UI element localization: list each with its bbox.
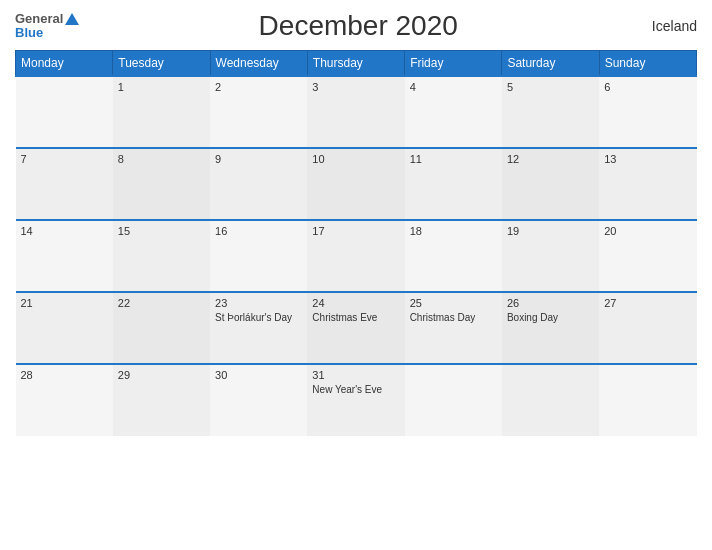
day-number: 17 [312,225,399,237]
day-number: 6 [604,81,691,93]
day-number: 3 [312,81,399,93]
calendar-header: General Blue December 2020 Iceland [15,10,697,42]
calendar-day-cell: 31New Year's Eve [307,364,404,436]
calendar-day-cell: 9 [210,148,307,220]
day-number: 11 [410,153,497,165]
day-number: 24 [312,297,399,309]
calendar-day-cell: 11 [405,148,502,220]
day-number: 26 [507,297,594,309]
country-label: Iceland [637,18,697,34]
header-tuesday: Tuesday [113,51,210,77]
logo-general-text: General [15,12,79,26]
header-sunday: Sunday [599,51,696,77]
holiday-label: Christmas Eve [312,311,399,324]
calendar-day-cell: 23St Þorlákur's Day [210,292,307,364]
calendar-day-cell: 19 [502,220,599,292]
weekday-header-row: Monday Tuesday Wednesday Thursday Friday… [16,51,697,77]
holiday-label: Boxing Day [507,311,594,324]
day-number: 18 [410,225,497,237]
day-number: 20 [604,225,691,237]
day-number: 4 [410,81,497,93]
calendar-day-cell: 6 [599,76,696,148]
day-number: 23 [215,297,302,309]
calendar-day-cell: 3 [307,76,404,148]
day-number: 19 [507,225,594,237]
day-number: 12 [507,153,594,165]
day-number: 27 [604,297,691,309]
day-number: 9 [215,153,302,165]
logo-triangle-icon [65,13,79,25]
day-number: 22 [118,297,205,309]
holiday-label: New Year's Eve [312,383,399,396]
calendar-wrapper: General Blue December 2020 Iceland Monda… [0,0,712,550]
calendar-day-cell: 1 [113,76,210,148]
header-saturday: Saturday [502,51,599,77]
calendar-day-cell: 13 [599,148,696,220]
day-number: 15 [118,225,205,237]
day-number: 30 [215,369,302,381]
header-thursday: Thursday [307,51,404,77]
calendar-day-cell: 10 [307,148,404,220]
day-number: 1 [118,81,205,93]
day-number: 13 [604,153,691,165]
logo: General Blue [15,12,79,41]
calendar-day-cell: 8 [113,148,210,220]
day-number: 16 [215,225,302,237]
day-number: 8 [118,153,205,165]
calendar-day-cell: 18 [405,220,502,292]
calendar-day-cell: 2 [210,76,307,148]
calendar-day-cell [599,364,696,436]
day-number: 2 [215,81,302,93]
day-number: 25 [410,297,497,309]
calendar-week-row: 14151617181920 [16,220,697,292]
calendar-day-cell: 21 [16,292,113,364]
calendar-day-cell [502,364,599,436]
holiday-label: St Þorlákur's Day [215,311,302,324]
calendar-day-cell: 30 [210,364,307,436]
header-monday: Monday [16,51,113,77]
calendar-day-cell: 24Christmas Eve [307,292,404,364]
day-number: 31 [312,369,399,381]
calendar-day-cell: 17 [307,220,404,292]
calendar-day-cell: 20 [599,220,696,292]
day-number: 7 [21,153,108,165]
calendar-week-row: 78910111213 [16,148,697,220]
day-number: 5 [507,81,594,93]
day-number: 10 [312,153,399,165]
calendar-day-cell [16,76,113,148]
calendar-day-cell: 7 [16,148,113,220]
header-wednesday: Wednesday [210,51,307,77]
calendar-day-cell: 28 [16,364,113,436]
calendar-week-row: 28293031New Year's Eve [16,364,697,436]
logo-blue-text: Blue [15,26,43,40]
day-number: 14 [21,225,108,237]
day-number: 21 [21,297,108,309]
calendar-week-row: 123456 [16,76,697,148]
calendar-day-cell: 4 [405,76,502,148]
calendar-title: December 2020 [79,10,637,42]
day-number: 29 [118,369,205,381]
calendar-day-cell: 22 [113,292,210,364]
calendar-day-cell [405,364,502,436]
calendar-day-cell: 5 [502,76,599,148]
calendar-day-cell: 16 [210,220,307,292]
header-friday: Friday [405,51,502,77]
calendar-day-cell: 25Christmas Day [405,292,502,364]
calendar-day-cell: 27 [599,292,696,364]
calendar-table: Monday Tuesday Wednesday Thursday Friday… [15,50,697,436]
calendar-day-cell: 14 [16,220,113,292]
calendar-day-cell: 26Boxing Day [502,292,599,364]
holiday-label: Christmas Day [410,311,497,324]
calendar-day-cell: 29 [113,364,210,436]
calendar-day-cell: 15 [113,220,210,292]
day-number: 28 [21,369,108,381]
calendar-day-cell: 12 [502,148,599,220]
calendar-week-row: 212223St Þorlákur's Day24Christmas Eve25… [16,292,697,364]
